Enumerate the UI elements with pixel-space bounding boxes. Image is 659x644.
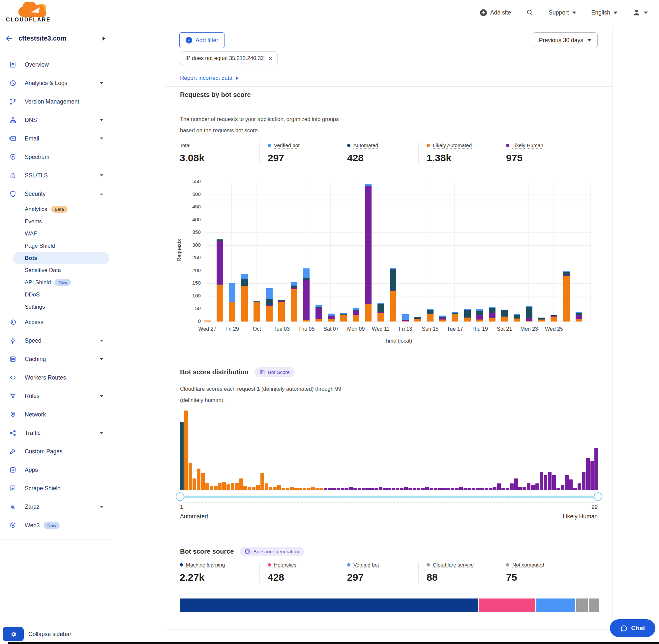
add-filter-button[interactable]: + Add filter [179,32,225,48]
close-icon[interactable]: × [268,55,272,62]
slider-handle-min[interactable] [176,492,184,501]
score-bar-80 [514,479,518,490]
requests-bar-segment [550,317,557,322]
sidebar-item-label: Security [25,190,46,198]
add-site-button[interactable]: + Add site [480,9,511,16]
sidebar-item-workers-routes[interactable]: Workers Routes [0,368,112,387]
stat-label[interactable]: Cloudflare service [433,562,474,568]
requests-bar-segment [489,308,495,313]
gridline [355,182,355,322]
support-menu[interactable]: Support [548,9,576,16]
sidebar-item-custom-pages[interactable]: Custom Pages [0,442,112,461]
legend-dot [268,563,271,567]
score-bar-72 [480,488,484,490]
requests-bar-segment [315,305,322,307]
stat-automated: Automated428 [339,142,418,164]
caret-right-icon[interactable] [102,37,105,41]
sidebar-item-traffic[interactable]: Traffic [0,424,112,442]
workers-icon [9,374,17,381]
score-slider-track[interactable] [180,496,598,498]
requests-bar-segment [526,306,533,307]
language-menu[interactable]: English [591,9,617,16]
sidebar-subitem-label: WAF [25,230,37,237]
sidebar-item-events[interactable]: Events [13,215,109,228]
requests-bar-segment [254,301,260,302]
sidebar-item-bots[interactable]: Bots [13,252,109,264]
sidebar-item-page-shield[interactable]: Page Shield [13,240,109,252]
sidebar-item-email[interactable]: Email [0,129,112,148]
sidebar-item-version-management[interactable]: Version Management [0,92,112,111]
sidebar-item-spectrum[interactable]: Spectrum [0,148,112,166]
requests-bar-segment [340,313,347,314]
collapse-sidebar-button[interactable]: Collapse sidebar [3,627,71,641]
sidebar-item-scrape-shield[interactable]: Scrape Shield [0,479,112,498]
score-bar-96 [582,472,586,490]
stat-label[interactable]: Machine learning [186,562,225,568]
collapse-sidebar-label: Collapse sidebar [28,631,71,638]
search-icon[interactable] [526,9,534,16]
stat-label[interactable]: Verified bot [353,562,379,568]
gear-button[interactable] [3,627,24,641]
navbar-actions: + Add site Support English [480,8,650,17]
sidebar-item-dns[interactable]: DNS [0,111,112,129]
access-icon [9,319,17,326]
sidebar-item-speed[interactable]: Speed [0,331,112,350]
sidebar-item-rules[interactable]: Rules [0,387,112,405]
divider [165,532,613,532]
sidebar-item-caching[interactable]: Caching [0,350,112,368]
sidebar-item-sensitive-data[interactable]: Sensitive Data [13,264,109,276]
sidebar-subitem-label: Bots [25,255,37,261]
sidebar-item-analytics-logs[interactable]: Analytics & Logs [0,74,112,92]
score-bar-29 [298,488,302,490]
bot-score-generation-badge[interactable]: Bot score generation [240,547,304,556]
requests-bar-segment [328,319,335,322]
sidebar-item-api-shield[interactable]: API ShieldNew [13,276,109,289]
sidebar-item-ddos[interactable]: DDoS [13,289,109,301]
stat-label[interactable]: Likely Human [512,142,543,148]
docs-icon [244,549,250,554]
cloudflare-logo[interactable]: CLOUDFLARE [6,2,51,23]
slider-handle-max[interactable] [594,492,602,501]
requests-bar-segment [353,310,359,310]
requests-bar-segment [476,320,483,322]
sidebar-item-web3[interactable]: Web3New [0,516,112,534]
sidebar-item-label: Custom Pages [25,448,63,455]
rules-icon [9,392,17,400]
stat-label[interactable]: Verified bot [274,142,300,148]
score-bar-12 [227,484,230,490]
email-icon [9,135,17,142]
sidebar-item-network[interactable]: Network [0,405,112,424]
stat-label[interactable]: Likely Automated [433,142,472,148]
stat-label-row: Total [180,142,259,148]
account-menu[interactable] [633,8,648,17]
sidebar-item-access[interactable]: Access [0,313,112,331]
sidebar-item-waf[interactable]: WAF [13,228,109,240]
chevron-down-icon [100,506,103,508]
site-switcher[interactable]: cftestsite3.com [0,25,112,52]
sidebar-item-zaraz[interactable]: Zaraz [0,498,112,516]
date-range-dropdown[interactable]: Previous 30 days [533,32,598,48]
sidebar-item-overview[interactable]: Overview [0,55,112,74]
filter-chip[interactable]: IP does not equal 35.212.240.32 × [180,51,278,65]
stat-label[interactable]: Not computed [512,562,544,568]
sidebar-item-analytics[interactable]: AnalyticsBeta [13,203,109,215]
bot-score-badge[interactable]: Bot Score [255,367,295,377]
score-bar-59 [425,487,429,490]
back-arrow-icon[interactable] [5,34,13,43]
score-bar-42 [353,488,357,490]
sidebar-item-ssl-tls[interactable]: SSL/TLS [0,166,112,185]
score-bar-81 [518,487,522,490]
stat-label[interactable]: Heuristics [274,562,297,568]
report-incorrect-data-link[interactable]: Report incorrect data [180,70,238,86]
gridline [454,182,455,322]
chat-button[interactable]: Chat [610,619,655,637]
sidebar-item-apps[interactable]: Apps [0,461,112,479]
sidebar-item-security[interactable]: Security [0,185,112,203]
legend-dot [506,563,509,567]
chevron-down-icon [587,39,591,42]
score-bar-19 [256,485,260,490]
sidebar-item-settings[interactable]: Settings [13,301,109,313]
requests-bar-segment [538,318,545,318]
legend-dot [180,563,183,567]
stat-label[interactable]: Automated [353,142,378,148]
